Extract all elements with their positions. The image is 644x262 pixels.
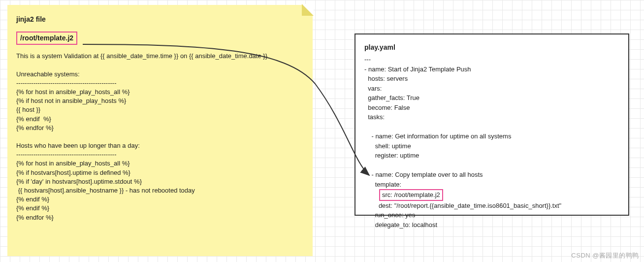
playbook-panel: play.yaml --- - name: Start of Jinja2 Te… (354, 33, 629, 216)
playbook-title: play.yaml (364, 42, 619, 53)
jinja2-template-note: jinja2 file /root/template.j2 This is a … (7, 5, 313, 256)
playbook-body-pre: --- - name: Start of Jinja2 Template Pus… (364, 55, 619, 189)
jinja2-note-title: jinja2 file (16, 15, 304, 25)
template-src-box: src: /root/template.j2 (379, 189, 443, 201)
watermark-text: CSDN @酱园里的鸭鸭 (571, 251, 639, 260)
jinja2-body-text: This is a system Validation at {{ ansibl… (16, 52, 304, 222)
jinja2-filepath-box: /root/template.j2 (16, 32, 77, 45)
playbook-body-post: dest: "/root/report.{{ansible_date_time.… (364, 201, 619, 230)
